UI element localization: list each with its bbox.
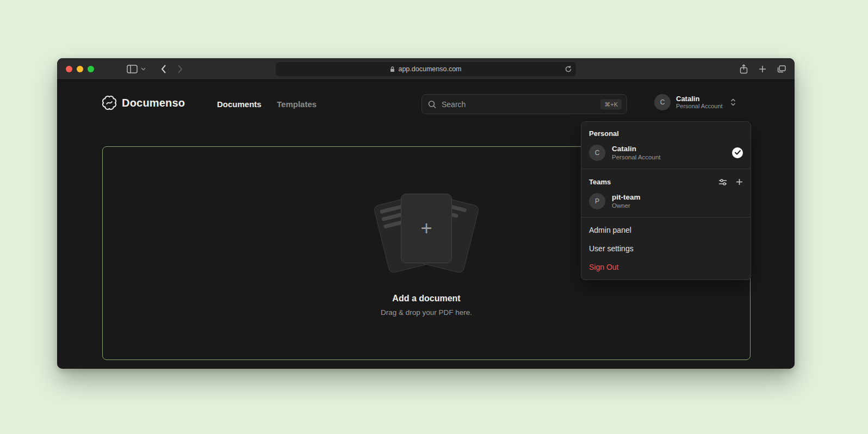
back-button[interactable] [161, 65, 166, 73]
new-tab-button[interactable] [759, 65, 766, 73]
account-name: Catalin [676, 95, 723, 103]
account-subtitle: Personal Account [676, 103, 723, 110]
menu-account-name: Catalin [612, 144, 661, 153]
close-window-button[interactable] [66, 66, 72, 72]
documenso-logo-icon [102, 96, 116, 110]
nav-item-templates[interactable]: Templates [277, 100, 317, 109]
menu-section-personal: Personal [581, 124, 751, 140]
search-input[interactable] [442, 95, 594, 114]
menu-section-teams: Teams [581, 172, 751, 188]
account-menu-button[interactable]: C Catalin Personal Account [654, 94, 736, 110]
dropzone-subtitle: Drag & drop your PDF here. [381, 308, 472, 317]
add-team-icon[interactable] [736, 178, 743, 186]
menu-separator [581, 217, 751, 218]
team-role: Owner [612, 202, 641, 209]
menu-item-user-settings[interactable]: User settings [581, 239, 751, 258]
manage-teams-icon[interactable] [718, 178, 727, 186]
search-box: ⌘+K [421, 94, 627, 114]
brand-logo-link[interactable]: Documenso [102, 96, 185, 110]
avatar: C [654, 94, 671, 110]
tab-overview-button[interactable] [777, 65, 786, 73]
chevron-up-down-icon [730, 98, 736, 106]
dropzone-title: Add a document [392, 294, 460, 303]
url-text: app.documenso.com [398, 65, 461, 73]
plus-icon: + [420, 219, 432, 238]
menu-account-subtitle: Personal Account [612, 153, 661, 161]
desktop: app.documenso.com [0, 0, 868, 434]
account-dropdown-menu: Personal C Catalin Personal Account [581, 121, 751, 280]
illustration-card-center: + [401, 194, 452, 263]
selected-check-icon [732, 147, 743, 158]
teams-label: Teams [589, 178, 611, 186]
sidebar-toggle-button[interactable] [127, 65, 138, 73]
menu-item-sign-out[interactable]: Sign Out [581, 258, 751, 276]
sidebar-menu-chevron-icon[interactable] [141, 67, 146, 71]
menu-item-team-pit-team[interactable]: P pit-team Owner [581, 188, 751, 214]
avatar: C [589, 145, 605, 161]
reload-button[interactable] [565, 66, 572, 73]
search-icon [428, 100, 436, 108]
app-content: Documenso Documents Templates ⌘+K C Cat [57, 80, 795, 369]
lock-icon [390, 66, 395, 72]
forward-button[interactable] [177, 65, 183, 73]
browser-titlebar: app.documenso.com [57, 58, 795, 80]
avatar: P [589, 193, 605, 209]
menu-separator [581, 169, 751, 169]
share-button[interactable] [740, 64, 748, 74]
documents-illustration: + [356, 190, 497, 280]
menu-item-admin-panel[interactable]: Admin panel [581, 221, 751, 239]
traffic-lights [66, 66, 94, 72]
zoom-window-button[interactable] [88, 66, 94, 72]
browser-window: app.documenso.com [57, 58, 795, 369]
menu-item-personal-account[interactable]: C Catalin Personal Account [581, 140, 751, 165]
team-name: pit-team [612, 193, 641, 202]
address-bar[interactable]: app.documenso.com [276, 62, 576, 76]
search-shortcut-badge: ⌘+K [600, 99, 622, 109]
titlebar-right-controls [740, 58, 786, 80]
minimize-window-button[interactable] [77, 66, 83, 72]
nav-item-documents[interactable]: Documents [217, 100, 262, 109]
brand-name: Documenso [122, 97, 185, 109]
